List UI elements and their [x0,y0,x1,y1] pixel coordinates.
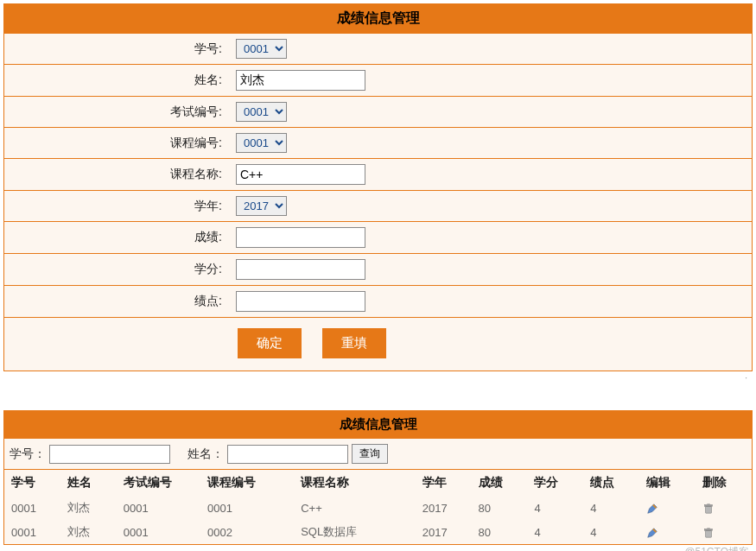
cell-cname: C++ [294,496,416,520]
delete-icon[interactable] [702,503,715,515]
row-course-name: 课程名称: [4,158,752,190]
col-id: 学号 [4,470,60,497]
input-course-name[interactable] [236,164,365,185]
col-exam: 考试编号 [117,470,200,497]
edit-icon[interactable] [646,503,658,515]
delete-icon[interactable] [702,527,715,539]
svg-rect-2 [707,504,710,504]
row-year: 学年: 2017 [4,190,752,221]
search-name-input[interactable] [227,445,348,464]
col-score: 成绩 [472,470,528,497]
label-name: 姓名: [4,73,229,88]
cell-gpa: 4 [583,520,639,544]
label-score: 成绩: [4,230,229,245]
button-bar: 确定 重填 [4,317,752,370]
cell-year: 2017 [416,496,472,520]
cell-gpa: 4 [583,496,639,520]
cell-year: 2017 [416,520,472,544]
edit-icon[interactable] [646,527,658,539]
label-student-id: 学号: [4,41,229,57]
col-del: 删除 [696,470,752,497]
cell-name: 刘杰 [60,496,117,520]
label-credit: 学分: [4,262,229,277]
cell-exam: 0001 [117,520,200,544]
input-gpa[interactable] [236,291,365,312]
svg-rect-4 [705,529,713,530]
row-score: 成绩: [4,221,752,253]
label-year: 学年: [4,199,229,214]
label-course-name: 课程名称: [4,167,229,182]
row-course-id: 课程编号: 0001 [4,127,752,158]
cell-edit [639,520,696,544]
search-id-input[interactable] [49,445,170,464]
cell-exam: 0001 [117,496,200,520]
col-year: 学年 [416,470,472,497]
row-name: 姓名: [4,64,752,96]
grade-list-panel: 成绩信息管理 学号： 姓名： 查询 学号 姓名 考试编号 课程编号 课程名称 学… [3,410,753,545]
cell-credit: 4 [527,496,583,520]
row-student-id: 学号: 0001 [4,33,752,64]
label-gpa: 绩点: [4,294,229,309]
select-student-id[interactable]: 0001 [236,39,287,59]
svg-rect-1 [705,504,713,506]
table-row: 0001刘杰00010002SQL数据库20178044 [4,520,752,544]
cell-score: 80 [472,496,528,520]
cell-cname: SQL数据库 [294,520,416,544]
input-credit[interactable] [236,259,365,280]
col-name: 姓名 [60,470,117,497]
svg-rect-0 [706,506,712,513]
watermark: @51CTO博客 [684,545,749,548]
col-gpa: 绩点 [583,470,639,497]
select-course-id[interactable]: 0001 [236,133,287,153]
search-bar: 学号： 姓名： 查询 [4,438,752,469]
col-course: 课程编号 [200,470,294,497]
cell-id: 0001 [4,496,60,520]
cell-name: 刘杰 [60,520,117,544]
cell-del [696,520,752,544]
panel-title: 成绩信息管理 [4,4,752,33]
row-credit: 学分: [4,253,752,285]
svg-rect-3 [706,530,712,537]
select-year[interactable]: 2017 [236,196,287,216]
cell-credit: 4 [527,520,583,544]
cell-course: 0001 [200,496,294,520]
table-row: 0001刘杰00010001C++20178044 [4,496,752,520]
search-id-label: 学号： [10,446,46,462]
row-gpa: 绩点: [4,285,752,317]
grade-table: 学号 姓名 考试编号 课程编号 课程名称 学年 成绩 学分 绩点 编辑 删除 0… [4,469,752,544]
table-header-row: 学号 姓名 考试编号 课程编号 课程名称 学年 成绩 学分 绩点 编辑 删除 [4,470,752,497]
col-edit: 编辑 [639,470,696,497]
cell-score: 80 [472,520,528,544]
cell-del [696,496,752,520]
svg-rect-5 [707,528,710,529]
grade-form-panel: 成绩信息管理 学号: 0001 姓名: 考试编号: 0001 课程编号: 000… [3,3,753,371]
ok-button[interactable]: 确定 [238,328,302,358]
search-button[interactable]: 查询 [352,444,388,464]
input-name[interactable] [236,70,365,91]
list-panel-title: 成绩信息管理 [4,411,752,438]
col-credit: 学分 [527,470,583,497]
reset-button[interactable]: 重填 [322,328,386,358]
col-cname: 课程名称 [294,470,416,497]
cell-edit [639,496,696,520]
row-exam-id: 考试编号: 0001 [4,96,752,127]
tiny-mark: · [3,371,753,384]
label-course-id: 课程编号: [4,136,229,151]
cell-id: 0001 [4,520,60,544]
input-score[interactable] [236,227,365,248]
select-exam-id[interactable]: 0001 [236,102,287,122]
cell-course: 0002 [200,520,294,544]
search-name-label: 姓名： [187,446,224,462]
label-exam-id: 考试编号: [4,104,229,120]
